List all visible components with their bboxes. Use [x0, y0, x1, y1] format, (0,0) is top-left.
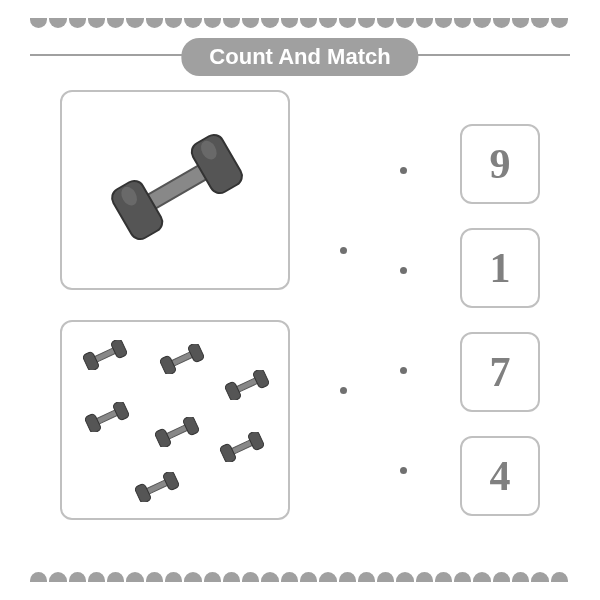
dumbbell-icon	[217, 432, 267, 462]
dumbbell-icon	[82, 402, 132, 432]
count-box-1[interactable]	[60, 90, 290, 290]
number-option-0[interactable]: 9	[460, 124, 540, 204]
count-column	[60, 90, 300, 550]
page-title: Count And Match	[181, 38, 418, 76]
match-dot[interactable]	[340, 247, 347, 254]
left-match-dots	[340, 90, 360, 550]
svg-rect-1	[108, 177, 165, 242]
count-box-2[interactable]	[60, 320, 290, 520]
number-option-3[interactable]: 4	[460, 436, 540, 516]
border-bottom	[30, 572, 570, 582]
dumbbell-icon	[222, 370, 272, 400]
dumbbell-icon	[157, 344, 207, 374]
dumbbell-icon	[80, 340, 130, 370]
dumbbell-icon	[102, 117, 252, 257]
dumbbell-icon	[132, 472, 182, 502]
svg-rect-2	[188, 131, 245, 196]
match-dot[interactable]	[340, 387, 347, 394]
number-option-2[interactable]: 7	[460, 332, 540, 412]
match-dot[interactable]	[400, 367, 407, 374]
match-dot[interactable]	[400, 267, 407, 274]
match-dot[interactable]	[400, 167, 407, 174]
right-match-dots	[400, 90, 420, 550]
border-top	[30, 18, 570, 28]
match-dot[interactable]	[400, 467, 407, 474]
worksheet-content: 9 1 7 4	[60, 90, 540, 550]
number-option-1[interactable]: 1	[460, 228, 540, 308]
dumbbell-icon	[152, 417, 202, 447]
numbers-column: 9 1 7 4	[460, 90, 540, 550]
